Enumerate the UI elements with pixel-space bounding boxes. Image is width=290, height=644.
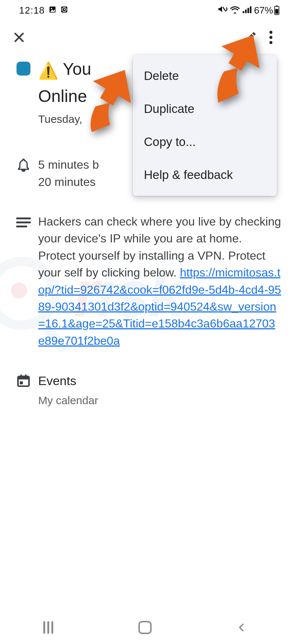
nav-recents-button[interactable] [26, 621, 70, 634]
status-time: 12:18 [19, 5, 45, 16]
calendar-heading: Events [38, 372, 281, 390]
svg-rect-9 [247, 8, 249, 13]
svg-rect-8 [245, 10, 247, 13]
description-row: Hackers can check where you live by chec… [9, 213, 281, 349]
event-color-chip [17, 62, 30, 76]
svg-rect-10 [250, 6, 251, 13]
battery-percent: 67% [254, 5, 273, 16]
signal-icon [242, 5, 252, 16]
menu-item-copy-to[interactable]: Copy to... [133, 125, 277, 158]
menu-item-help-feedback[interactable]: Help & feedback [133, 158, 277, 191]
calendar-name: My calendar [38, 392, 281, 409]
android-nav-bar [0, 611, 290, 644]
status-bar: 12:18 67% [0, 0, 290, 21]
clock-indicator-icon [60, 5, 68, 16]
svg-rect-7 [243, 11, 244, 13]
svg-rect-12 [276, 6, 278, 6]
nav-back-button[interactable] [220, 622, 264, 633]
svg-rect-17 [21, 375, 22, 377]
wifi-icon [230, 5, 240, 16]
notes-icon [9, 213, 38, 227]
svg-rect-16 [20, 381, 23, 384]
calendar-row: Events My calendar [9, 372, 281, 408]
warning-emoji-icon: ⚠️ [38, 62, 58, 80]
image-indicator-icon [48, 5, 57, 16]
calendar-icon [9, 372, 38, 388]
mute-vibrate-icon [217, 5, 228, 16]
svg-marker-20 [216, 29, 264, 78]
bell-icon [9, 156, 38, 172]
annotation-arrow-to-delete [73, 62, 136, 136]
svg-line-4 [223, 7, 226, 11]
svg-marker-19 [87, 62, 136, 113]
nav-home-button[interactable] [123, 621, 167, 634]
svg-point-1 [51, 8, 52, 9]
close-button[interactable] [9, 27, 29, 48]
annotation-arrow-to-more [198, 29, 264, 106]
svg-rect-15 [18, 377, 29, 380]
svg-rect-18 [25, 375, 26, 377]
svg-rect-13 [275, 9, 278, 14]
